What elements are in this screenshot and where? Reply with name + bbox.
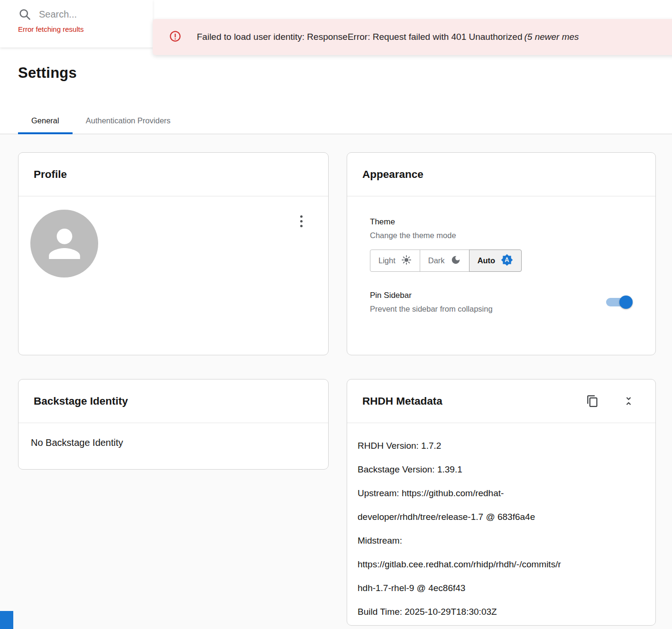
theme-option-auto[interactable]: Auto	[469, 250, 522, 272]
error-alert-text: Failed to load user identity: ResponseEr…	[197, 32, 523, 42]
page-title: Settings	[18, 65, 77, 82]
sun-icon	[401, 255, 412, 267]
backstage-identity-card: Backstage Identity No Backstage Identity	[18, 379, 329, 470]
sidebar-edge	[0, 611, 13, 629]
profile-card-title: Profile	[34, 168, 67, 181]
settings-tabs: General Authentication Providers	[18, 107, 184, 134]
avatar	[30, 210, 98, 278]
collapse-icon[interactable]	[623, 395, 635, 407]
pin-sidebar-label: Pin Sidebar	[370, 291, 493, 300]
theme-option-dark[interactable]: Dark	[420, 250, 469, 272]
page-header: Error fetching results Failed to load us…	[0, 0, 672, 134]
search-input[interactable]	[39, 9, 134, 20]
pin-sidebar-toggle[interactable]	[606, 295, 633, 309]
settings-page: Error fetching results Failed to load us…	[0, 0, 672, 629]
metadata-row: RHDH Version: 1.7.2	[358, 434, 562, 458]
settings-content: Profile Appearance	[0, 135, 672, 629]
moon-icon	[451, 255, 461, 267]
appearance-card: Appearance Theme Change the theme mode L…	[347, 152, 656, 355]
auto-theme-icon	[501, 254, 513, 268]
theme-option-light-label: Light	[378, 256, 396, 265]
tab-general[interactable]: General	[18, 107, 73, 134]
error-alert: Failed to load user identity: ResponseEr…	[153, 19, 672, 55]
search-panel: Error fetching results	[0, 0, 153, 47]
theme-label: Theme	[370, 217, 633, 227]
theme-toggle-group: Light	[370, 250, 522, 272]
pin-sidebar-row: Pin Sidebar Prevent the sidebar from col…	[370, 291, 633, 314]
rhdh-metadata-body: RHDH Version: 1.7.2 Backstage Version: 1…	[347, 423, 655, 624]
metadata-row: Upstream: https://github.com/redhat-deve…	[358, 481, 562, 529]
appearance-card-title: Appearance	[362, 168, 423, 181]
copy-icon[interactable]	[586, 395, 599, 407]
error-alert-more: (5 newer mes	[525, 32, 579, 42]
theme-description: Change the theme mode	[370, 231, 633, 240]
pin-sidebar-description: Prevent the sidebar from collapsing	[370, 305, 493, 314]
backstage-identity-title: Backstage Identity	[34, 395, 128, 407]
search-error-text: Error fetching results	[0, 21, 153, 33]
profile-card: Profile	[18, 152, 329, 355]
tab-authentication-providers[interactable]: Authentication Providers	[73, 107, 184, 134]
metadata-row: Midstream: https://gitlab.cee.redhat.com…	[358, 529, 562, 600]
backstage-identity-body: No Backstage Identity	[18, 423, 328, 469]
theme-option-auto-label: Auto	[478, 256, 496, 265]
profile-menu-button[interactable]	[297, 213, 305, 230]
metadata-row: Build Time: 2025-10-29T18:30:03Z	[358, 600, 562, 624]
error-alert-message: Failed to load user identity: ResponseEr…	[197, 32, 579, 42]
search-icon[interactable]	[18, 8, 31, 21]
theme-option-dark-label: Dark	[428, 256, 445, 265]
person-icon	[45, 224, 84, 263]
metadata-row: Backstage Version: 1.39.1	[358, 458, 562, 481]
theme-option-light[interactable]: Light	[370, 250, 420, 272]
error-icon	[169, 30, 182, 45]
rhdh-metadata-title: RHDH Metadata	[362, 395, 442, 407]
rhdh-metadata-card: RHDH Metadata	[347, 379, 656, 626]
